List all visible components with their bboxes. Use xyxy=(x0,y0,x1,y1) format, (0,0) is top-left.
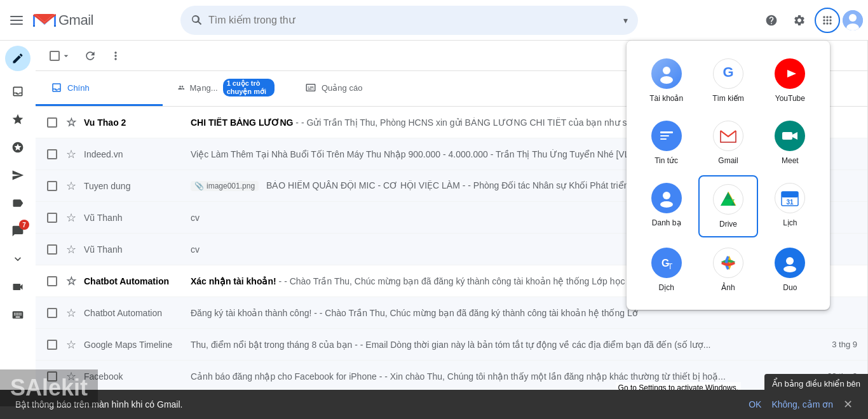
row-checkbox[interactable] xyxy=(47,340,57,350)
email-checkbox[interactable] xyxy=(46,117,58,128)
snoozed-icon-button[interactable] xyxy=(5,135,31,160)
app-item-translate[interactable]: GTDịch xyxy=(637,240,696,300)
svg-text:T: T xyxy=(668,262,673,271)
apps-grid-button[interactable] xyxy=(815,8,840,33)
toast-no-button[interactable]: Không, cảm ơn xyxy=(771,399,833,409)
email-checkbox[interactable] xyxy=(46,213,58,223)
email-date: 3 thg 9 xyxy=(806,340,857,349)
app-item-contacts[interactable]: Danh bạ xyxy=(637,175,696,237)
app-item-photos[interactable]: Ảnh xyxy=(698,240,757,300)
row-checkbox[interactable] xyxy=(47,149,57,159)
svg-rect-14 xyxy=(782,132,792,140)
email-sender: Google Maps Timeline xyxy=(84,340,186,350)
tab-quangcao[interactable]: Quảng cáo xyxy=(290,71,417,106)
email-star[interactable]: ☆ xyxy=(64,179,79,193)
watermark: SAlekit xyxy=(0,369,98,406)
app-icon-news xyxy=(651,121,682,151)
email-snippet: - - Gửi Trần Thị Thu, Phòng HCNS xin gửi… xyxy=(295,117,657,128)
search-chevron-icon[interactable]: ▾ xyxy=(623,15,628,25)
email-sender: Chatbot Automation xyxy=(84,276,186,286)
help-button[interactable] xyxy=(759,8,784,33)
email-subject: Việc Làm Thêm Tại Nhà Buổi Tối Trên Máy … xyxy=(191,149,488,159)
email-sender: Facebook xyxy=(84,371,186,382)
keyboard-icon-button[interactable] xyxy=(5,302,31,328)
app-item-search[interactable]: GTìm kiếm xyxy=(698,51,757,110)
app-item-drive[interactable]: Drive xyxy=(698,175,757,237)
star-icon-button[interactable] xyxy=(5,107,31,132)
chat-icon-button[interactable]: 7 xyxy=(5,218,31,244)
toast-notification: Bật thông báo trên màn hình khi có Gmail… xyxy=(0,390,868,419)
label-icon-button[interactable] xyxy=(5,190,31,216)
email-row[interactable]: ☆ Google Maps Timeline Thu, điểm nổi bật… xyxy=(36,329,867,361)
email-sender: Tuyen dung xyxy=(84,181,186,191)
refresh-button[interactable] xyxy=(80,46,100,66)
email-star[interactable]: ☆ xyxy=(64,338,79,352)
settings-button[interactable] xyxy=(787,8,812,33)
email-star[interactable]: ☆ xyxy=(64,116,79,130)
tab-mang-label: Mạng... xyxy=(190,83,218,93)
row-checkbox[interactable] xyxy=(47,117,57,128)
email-star[interactable]: ☆ xyxy=(64,306,79,320)
row-checkbox[interactable] xyxy=(47,308,57,318)
app-label-photos: Ảnh xyxy=(721,283,735,292)
email-sender: Chatbot Automation xyxy=(84,308,186,318)
row-checkbox[interactable] xyxy=(47,244,57,255)
email-preview: Cảnh báo đăng nhập cho Facebook for iPho… xyxy=(191,371,801,382)
email-subject: Đăng ký tài khoản thành công! xyxy=(191,308,311,318)
tab-mang[interactable]: Mạng... 1 cuộc trò chuyện mới xyxy=(163,71,290,106)
hamburger-menu-button[interactable] xyxy=(5,9,28,32)
app-item-gmail[interactable]: Gmail xyxy=(698,113,757,173)
tab-chinh[interactable]: Chính xyxy=(36,71,163,106)
more-options-button[interactable] xyxy=(105,46,126,66)
svg-text:31: 31 xyxy=(787,199,794,206)
more-icon-button[interactable] xyxy=(5,246,31,272)
row-checkbox[interactable] xyxy=(47,181,57,191)
email-checkbox[interactable] xyxy=(46,244,58,255)
svg-rect-1 xyxy=(10,20,23,21)
app-item-calendar[interactable]: 31Lịch xyxy=(761,175,820,237)
app-item-youtube[interactable]: YouTube xyxy=(761,51,820,110)
email-checkbox[interactable] xyxy=(46,149,58,159)
email-snippet: - - Xin chào Thu, Chúng tôi nhận thấy mộ… xyxy=(379,371,726,382)
toast-close-button[interactable]: ✕ xyxy=(843,397,853,411)
inbox-icon-button[interactable] xyxy=(5,79,31,104)
select-all-button[interactable] xyxy=(46,47,75,65)
search-icon xyxy=(191,14,203,27)
app-item-duo[interactable]: Duo xyxy=(761,240,820,300)
email-row[interactable]: ☆ Facebook Cảnh báo đăng nhập cho Facebo… xyxy=(36,361,867,392)
tab-quangcao-label: Quảng cáo xyxy=(322,83,362,93)
app-icon-contacts xyxy=(651,183,682,213)
email-checkbox[interactable] xyxy=(46,340,58,350)
email-star[interactable]: ☆ xyxy=(64,243,79,256)
email-star[interactable]: ☆ xyxy=(64,147,79,161)
email-checkbox[interactable] xyxy=(46,308,58,318)
video-icon-button[interactable] xyxy=(5,274,31,300)
email-star[interactable]: ☆ xyxy=(64,274,79,288)
app-label-gmail: Gmail xyxy=(718,156,738,165)
app-label-news: Tin tức xyxy=(654,156,678,165)
app-item-meet[interactable]: Meet xyxy=(761,113,820,173)
svg-rect-12 xyxy=(660,135,669,136)
app-item-account[interactable]: Tài khoản xyxy=(637,51,696,110)
apps-grid: Tài khoảnGTìm kiếmYouTubeTin tứcGmailMee… xyxy=(637,51,820,300)
toast-ok-button[interactable]: OK xyxy=(749,399,761,409)
search-input[interactable] xyxy=(208,15,618,26)
app-label-contacts: Danh bạ xyxy=(652,218,681,227)
email-snippet: - - Chào Trần Thu, Chúc mừng bạn đã đăng… xyxy=(279,276,639,286)
row-checkbox[interactable] xyxy=(47,213,57,223)
app-icon-account xyxy=(651,58,682,89)
row-checkbox[interactable] xyxy=(47,276,57,286)
compose-button[interactable] xyxy=(5,46,31,71)
app-icon-calendar: 31 xyxy=(775,183,805,213)
email-checkbox[interactable] xyxy=(46,181,58,191)
email-star[interactable]: ☆ xyxy=(64,211,79,225)
app-label-translate: Dịch xyxy=(658,283,674,292)
app-label-calendar: Lịch xyxy=(783,218,797,227)
email-attachment: 📎image001.png xyxy=(191,181,259,191)
user-avatar[interactable] xyxy=(843,10,863,30)
app-item-news[interactable]: Tin tức xyxy=(637,113,696,173)
svg-marker-10 xyxy=(787,70,796,77)
sent-icon-button[interactable] xyxy=(5,163,31,188)
email-checkbox[interactable] xyxy=(46,276,58,286)
select-checkbox[interactable] xyxy=(50,51,60,61)
